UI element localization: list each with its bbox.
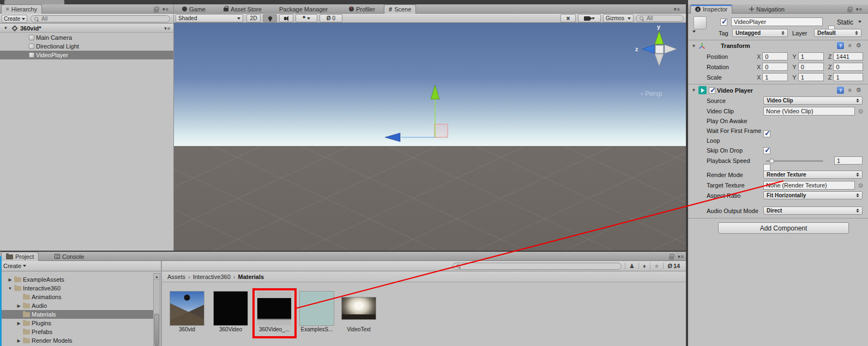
tab-console[interactable]: Console [50, 252, 88, 261]
hierarchy-item-directional-light[interactable]: Directional Light [0, 42, 173, 51]
source-dropdown[interactable]: Video Clip [763, 96, 863, 105]
rotation-x-field[interactable]: 0 [762, 63, 788, 71]
scene-context-menu-icon[interactable]: ▾≡ [164, 26, 170, 31]
toggle-2d-button[interactable]: 2D [246, 14, 261, 22]
asset-label[interactable]: ExamplesS... [296, 326, 338, 332]
asset-label[interactable]: 360Video_... [253, 326, 296, 332]
component-enabled-checkbox[interactable] [709, 87, 715, 94]
disclosure-collapsed-icon[interactable]: ▶ [16, 321, 21, 326]
audio-output-mode-dropdown[interactable]: Direct [763, 207, 863, 215]
scene-viewport[interactable]: Persp [173, 23, 686, 251]
gear-icon[interactable]: ⚙ [856, 87, 861, 93]
scene-camera-dropdown[interactable] [578, 14, 601, 22]
static-dropdown-icon[interactable] [858, 21, 861, 23]
playback-speed-field[interactable]: 1 [834, 156, 863, 165]
panel-menu-icon[interactable]: ▾≡ [162, 7, 168, 12]
scene-search-input[interactable]: All [636, 15, 684, 22]
tab-project[interactable]: Project [1, 252, 39, 261]
project-tree-prefabs[interactable]: Prefabs [0, 327, 153, 336]
project-tree-audio[interactable]: ▶ Audio [0, 301, 153, 310]
scrollbar-up-arrow[interactable]: ▲ [154, 274, 160, 280]
tab-hierarchy[interactable]: ≡ Hierarchy [1, 4, 42, 14]
target-texture-field[interactable]: None (Render Texture) [763, 181, 855, 190]
tab-navigation[interactable]: Navigation [745, 4, 789, 14]
help-icon[interactable]: ? [837, 42, 844, 49]
scale-y-field[interactable]: 1 [798, 73, 824, 81]
lock-icon[interactable] [847, 9, 852, 13]
disclosure-expanded-icon[interactable]: ▼ [8, 286, 13, 291]
object-picker-icon[interactable]: ⊙ [858, 183, 863, 189]
gameobject-name-field[interactable]: VideoPlayer [731, 17, 823, 26]
asset-label[interactable]: 360vid [166, 326, 208, 332]
asset-thumbnail-360video[interactable] [214, 292, 248, 325]
breadcrumb-interactive360[interactable]: Interactive360 [193, 274, 231, 280]
scene-lighting-button[interactable] [263, 14, 277, 22]
lock-icon[interactable] [669, 256, 674, 260]
object-picker-icon[interactable]: ⊙ [858, 108, 863, 114]
favorites-star-icon[interactable]: ★ [650, 263, 664, 270]
panel-menu-icon[interactable]: ▾≡ [678, 254, 684, 259]
project-create-button[interactable]: Create [3, 263, 26, 269]
project-tree-plugins[interactable]: ▶ Plugins [0, 319, 153, 327]
scale-x-field[interactable]: 1 [762, 73, 788, 81]
hierarchy-search-input[interactable]: All [31, 15, 170, 22]
project-tree-animations[interactable]: Animations [0, 293, 153, 301]
asset-thumbnail-360vid[interactable] [170, 292, 204, 325]
search-by-type-icon[interactable]: ♟ [625, 263, 638, 270]
position-x-field[interactable]: 0 [762, 52, 788, 60]
hierarchy-create-button[interactable]: Create [2, 15, 27, 23]
project-tree-interactive360[interactable]: ▼ Interactive360 [0, 284, 153, 293]
slider-thumb[interactable] [769, 159, 774, 163]
position-z-field[interactable]: 1441 [833, 52, 863, 60]
gizmos-dropdown[interactable]: Gizmos [603, 14, 634, 22]
scene-audio-button[interactable] [279, 14, 293, 22]
scale-z-field[interactable]: 1 [833, 73, 863, 81]
lock-icon[interactable] [154, 9, 159, 13]
rotation-z-field[interactable]: 0 [833, 63, 863, 71]
hierarchy-item-main-camera[interactable]: Main Camera [0, 33, 173, 42]
disclosure-expanded-icon[interactable]: ▼ [3, 26, 8, 31]
playback-speed-slider[interactable] [766, 160, 823, 162]
help-icon[interactable]: ? [837, 87, 844, 94]
project-tree-materials[interactable]: Materials [0, 310, 153, 319]
panel-menu-icon[interactable]: ▾≡ [674, 7, 680, 12]
aspect-ratio-dropdown[interactable]: Fit Horizontally [763, 191, 863, 199]
disclosure-collapsed-icon[interactable]: ▶ [16, 303, 21, 308]
video-clip-field[interactable]: None (Video Clip) [763, 107, 855, 116]
asset-label[interactable]: 360Video [209, 326, 252, 332]
gear-icon[interactable]: ⚙ [856, 43, 861, 48]
rotation-y-field[interactable]: 0 [798, 63, 824, 71]
gizmo-visibility-button[interactable]: Ø 0 [320, 14, 342, 22]
layer-dropdown[interactable]: Default [814, 29, 861, 37]
asset-thumbnail-360video-rendertexture[interactable] [257, 292, 291, 325]
disclosure-collapsed-icon[interactable]: ▶ [16, 338, 21, 343]
disclosure-expanded-icon[interactable]: ▼ [691, 44, 696, 48]
wait-first-frame-checkbox[interactable] [763, 147, 770, 154]
draw-mode-dropdown[interactable]: Shaded [176, 14, 243, 22]
tab-game[interactable]: Game [178, 4, 210, 14]
tab-scene[interactable]: # Scene [384, 4, 416, 14]
gameobject-icon-dropdown[interactable] [692, 31, 696, 33]
breadcrumb-materials[interactable]: Materials [238, 274, 264, 280]
add-component-button[interactable]: Add Component [718, 222, 849, 234]
tab-profiler[interactable]: Profiler [345, 4, 379, 14]
hidden-assets-toggle[interactable]: Ø 14 [663, 263, 682, 269]
play-on-awake-checkbox[interactable] [763, 130, 770, 137]
disclosure-expanded-icon[interactable]: ▼ [691, 88, 696, 93]
scene-effects-dropdown[interactable]: * [296, 14, 317, 22]
disclosure-collapsed-icon[interactable]: ▶ [8, 277, 13, 282]
render-mode-dropdown[interactable]: Render Texture [763, 171, 863, 179]
position-y-field[interactable]: 1 [798, 52, 824, 60]
hierarchy-item-videoplayer[interactable]: VideoPlayer [0, 51, 173, 59]
breadcrumb-assets[interactable]: Assets [167, 274, 185, 280]
presets-icon[interactable]: ≡ [848, 43, 852, 48]
project-tree-exampleassets[interactable]: ▶ ExampleAssets [0, 275, 153, 284]
asset-label[interactable]: VideoText [337, 326, 380, 332]
tab-package-manager[interactable]: Package Manager [275, 4, 332, 14]
panel-menu-icon[interactable]: ▾≡ [856, 7, 862, 12]
gameobject-active-checkbox[interactable] [720, 19, 727, 26]
project-tree-render-models[interactable]: ▶ Render Models [0, 336, 153, 345]
search-by-label-icon[interactable]: ♦ [638, 263, 650, 269]
tab-asset-store[interactable]: Asset Store [219, 4, 266, 14]
tree-scrollbar[interactable]: ▲ [153, 273, 160, 346]
